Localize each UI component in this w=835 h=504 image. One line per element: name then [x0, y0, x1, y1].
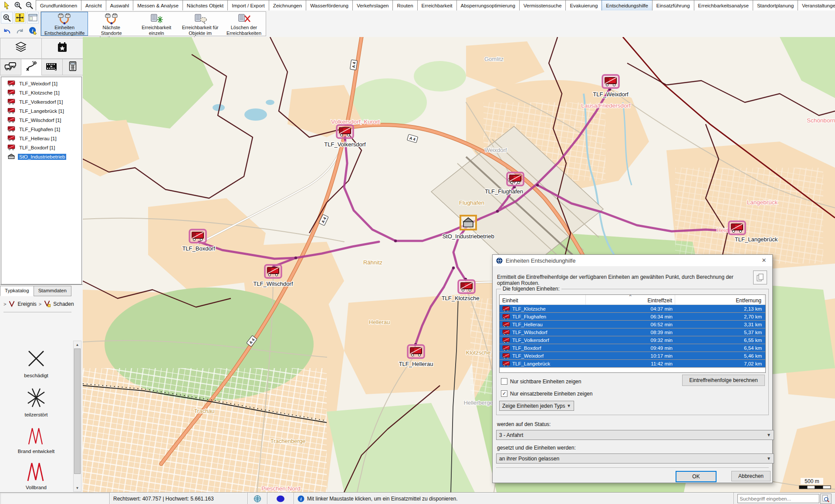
menu-tab-veranstaltungen[interactable]: Veranstaltungen: [798, 0, 835, 10]
ribbon-button-nächste-standorte-bestimmen[interactable]: Nächste Standorte bestimmen: [88, 12, 135, 36]
scroll-up-icon[interactable]: ▲: [74, 341, 81, 348]
unit-list-item-tlf-hellerau-1[interactable]: TLF_Hellerau [1]: [1, 134, 81, 143]
compute-order-button[interactable]: Eintreffreihenfolge berechnen: [682, 375, 765, 386]
zoom-out-icon[interactable]: [24, 0, 34, 10]
menu-tab-evakuierung[interactable]: Evakuierung: [565, 0, 602, 10]
unit-list-item-tlf-flughafen-1[interactable]: TLF_Flughafen [1]: [1, 125, 81, 134]
symbol-list[interactable]: beschädigtteilzerstörtBrand entwickeltVo…: [0, 341, 72, 493]
table-row-tlf-hellerau[interactable]: TLF_Hellerau06:52 min3,31 km: [500, 321, 765, 328]
copy-icon[interactable]: [753, 271, 767, 284]
ribbon-button-erreichbarkeit-für-objekte-im-lasso[interactable]: Erreichbarkeit für Objekte im Lasso: [178, 12, 222, 36]
dialog-title-bar[interactable]: Einheiten Entscheidunghilfe ✕: [493, 255, 772, 266]
sidebar-tab-favorites-calendar[interactable]: [41, 38, 83, 59]
zoom-in-icon[interactable]: [13, 0, 23, 10]
scrollbar-thumb[interactable]: [74, 348, 81, 474]
map-marker-tlf-klotzsche[interactable]: TLF_Klotzsche: [442, 280, 480, 301]
menu-tab-zeichnungen[interactable]: Zeichnungen: [269, 0, 307, 10]
place-label-trachau: Trachau: [194, 408, 214, 414]
table-row-tlf-weixdorf[interactable]: TLF_Weixdorf10:17 min5,46 km: [500, 352, 765, 360]
table-row-tlf-flughafen[interactable]: TLF_Flughafen06:34 min2,70 km: [500, 313, 765, 321]
menu-tab-nächstes-objekt[interactable]: Nächstes Objekt: [183, 0, 228, 10]
sidebar-tab-vehicles[interactable]: [0, 59, 21, 75]
menu-tab-absperrungsoptimierung[interactable]: Absperrungsoptimierung: [456, 0, 520, 10]
cursor-icon[interactable]: [2, 0, 11, 10]
menu-tab-erreichbarkeit[interactable]: Erreichbarkeit: [417, 0, 457, 10]
menu-tab-messen-analyse[interactable]: Messen & Analyse: [133, 0, 183, 10]
breadcrumb-schaden[interactable]: Schaden: [53, 301, 74, 307]
menu-tab-wasserförderung[interactable]: Wasserförderung: [306, 0, 353, 10]
table-row-tlf-boxdorf[interactable]: TLF_Boxdorf09:49 min6,54 km: [500, 344, 765, 352]
menu-tab-standortplanung[interactable]: Standortplanung: [753, 0, 798, 10]
visible-only-checkbox[interactable]: [501, 378, 507, 385]
menu-tab-einsatzführung[interactable]: Einsatzführung: [652, 0, 694, 10]
catalog-tab-typkatalog[interactable]: Typkatalog: [0, 286, 34, 296]
pan-tool-icon[interactable]: [14, 12, 26, 24]
breadcrumb-ereignis[interactable]: Ereignis: [17, 301, 36, 307]
unit-list-item-tlf-boxdorf-1[interactable]: TLF_Boxdorf [1]: [1, 143, 81, 152]
menu-tab-ansicht[interactable]: Ansicht: [81, 0, 106, 10]
info-pointer-icon[interactable]: i: [27, 25, 39, 37]
menu-tab-verkehrslagen[interactable]: Verkehrslagen: [352, 0, 393, 10]
status-dropdown[interactable]: 3 - Anfahrt ▼: [496, 430, 774, 440]
unit-list-item-tlf-weixdorf-1[interactable]: TLF_Weixdorf [1]: [1, 79, 81, 88]
sidebar-tab-layers[interactable]: [0, 38, 42, 59]
catalog-tab-stammdaten[interactable]: Stammdaten: [34, 286, 71, 296]
units-table[interactable]: Einheit^EintreffzeitEntfernung TLF_Klotz…: [499, 294, 766, 373]
after-dropdown[interactable]: an ihrer Position gelassen ▼: [496, 453, 774, 463]
units-table-header[interactable]: Einheit^EintreffzeitEntfernung: [500, 295, 765, 305]
sidebar-tab-calculator[interactable]: [62, 59, 84, 75]
motorway-shield: A 4: [407, 134, 418, 143]
menu-tab-grundfunktionen[interactable]: Grundfunktionen: [36, 0, 81, 10]
ribbon-button-löschen-der-erreichbarkeiten[interactable]: Löschen der Erreichbarkeiten: [222, 12, 266, 36]
unit-list[interactable]: TLF_Weixdorf [1]TLF_Klotzsche [1]TLF_Vol…: [1, 77, 82, 284]
hint-text: Mit linker Maustaste klicken, um ein Ein…: [307, 496, 457, 502]
menu-tab-routen[interactable]: Routen: [392, 0, 417, 10]
table-row-tlf-wilschdorf[interactable]: TLF_Wilschdorf08:39 min5,37 km: [500, 328, 765, 336]
menu-tab-import-export[interactable]: Import / Export: [227, 0, 269, 10]
unit-list-item-tlf-klotzsche-1[interactable]: TLF_Klotzsche [1]: [1, 88, 81, 97]
menu-tab-auswahl[interactable]: Auswahl: [106, 0, 133, 10]
globe-icon[interactable]: [248, 493, 267, 504]
unit-list-item-sto-industriebetrieb[interactable]: StO_Industriebetrieb: [1, 152, 81, 161]
menu-tab-erreichbarkeitsanalyse[interactable]: Erreichbarkeitsanalyse: [694, 0, 753, 10]
symbol-vollbrand[interactable]: Vollbrand: [6, 461, 67, 491]
status-bar: Rechtswert: 407.757 | Hochwert: 5.661.16…: [0, 492, 835, 504]
ok-button[interactable]: OK: [676, 471, 717, 482]
search-input[interactable]: [737, 494, 819, 503]
ribbon-button-einheiten-entscheidungshilfe[interactable]: Einheiten Entscheidungshilfe: [41, 12, 88, 36]
undo-icon[interactable]: [1, 25, 13, 37]
ready-only-row[interactable]: ✓ Nur einsatzbereite Einheiten zeigen: [501, 390, 592, 397]
table-row-tlf-klotzsche[interactable]: TLF_Klotzsche04:37 min2,13 km: [500, 305, 765, 313]
column-header-einheit[interactable]: Einheit: [500, 295, 586, 304]
unit-list-item-tlf-volkersdorf-1[interactable]: TLF_Volkersdorf [1]: [1, 97, 81, 106]
unit-list-item-tlf-langebrück-1[interactable]: TLF_Langebrück [1]: [1, 106, 81, 115]
redo-icon[interactable]: [14, 25, 26, 37]
column-header-entfernung[interactable]: Entfernung: [675, 295, 764, 304]
sidebar-tab-video[interactable]: [41, 59, 63, 75]
fire-engine-icon: [502, 345, 510, 351]
catalog-scrollbar[interactable]: ▲ ▼: [73, 341, 81, 492]
info-icon: i: [297, 495, 304, 502]
symbol-teilzerstört[interactable]: teilzerstört: [6, 386, 67, 418]
scroll-down-icon[interactable]: ▼: [74, 484, 81, 491]
layout-panel-icon[interactable]: [27, 12, 39, 24]
ready-only-checkbox[interactable]: ✓: [501, 390, 507, 397]
ribbon-button-erreichbarkeit-einzeln[interactable]: Erreichbarkeit einzeln: [135, 12, 178, 36]
sidebar-tab-route[interactable]: [21, 59, 42, 75]
table-row-tlf-volkersdorf[interactable]: TLF_Volkersdorf09:32 min6,55 km: [500, 336, 765, 344]
catalog-breadcrumb[interactable]: >Ereignis>Schaden: [0, 296, 83, 311]
zoom-tool-icon[interactable]: [1, 12, 13, 24]
column-header-eintreffzeit[interactable]: ^Eintreffzeit: [586, 295, 675, 304]
close-icon[interactable]: ✕: [757, 255, 771, 266]
cancel-button[interactable]: Abbrechen: [731, 471, 771, 481]
menu-tab-entscheidungshilfe[interactable]: Entscheidungshilfe: [602, 0, 652, 10]
visible-only-row[interactable]: Nur sichtbare Einheiten zeigen: [501, 378, 581, 385]
unit-list-item-tlf-wilschdorf-1[interactable]: TLF_Wilschdorf [1]: [1, 115, 81, 125]
table-row-tlf-langebrück[interactable]: TLF_Langebrück11:42 min7,02 km: [500, 360, 765, 368]
search-icon[interactable]: [820, 494, 832, 504]
type-filter-dropdown[interactable]: Zeige Einheiten jeden Typs ▼: [499, 401, 574, 411]
units-table-body[interactable]: TLF_Klotzsche04:37 min2,13 kmTLF_Flughaf…: [500, 305, 765, 368]
symbol-brand-entwickelt[interactable]: Brand entwickelt: [6, 425, 67, 455]
symbol-beschädigt[interactable]: beschädigt: [6, 347, 67, 379]
menu-tab-vermisstensuche[interactable]: Vermisstensuche: [519, 0, 566, 10]
